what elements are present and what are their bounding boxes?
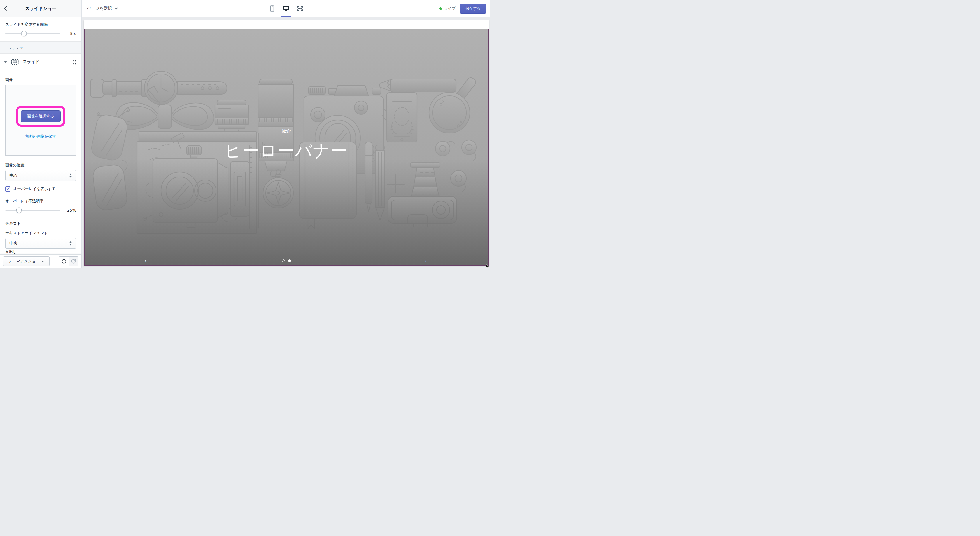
slide-block-icon — [11, 59, 19, 65]
panel-title: スライドショー — [25, 6, 56, 11]
active-device-underline — [281, 16, 291, 17]
sidebar-content: スライドを変更する間隔 5 s コンテンツ スライド — [0, 17, 81, 254]
sidebar-header: スライドショー — [0, 0, 81, 17]
image-position-value: 中心 — [10, 173, 18, 179]
save-button[interactable]: 保存する — [460, 3, 486, 14]
text-alignment-select[interactable]: 中央 — [5, 238, 76, 249]
interval-label: スライドを変更する間隔 — [5, 22, 76, 27]
image-label: 画像 — [5, 77, 76, 83]
page-select-dropdown[interactable]: ページを選択 — [87, 0, 118, 17]
page-select-label: ページを選択 — [87, 6, 112, 11]
select-caret-icon — [69, 174, 72, 178]
overlay-opacity-slider[interactable] — [5, 207, 60, 213]
mobile-preview-button[interactable] — [267, 0, 277, 17]
sidebar-footer: テーマアクショ... — [0, 254, 81, 268]
slider-thumb[interactable] — [16, 207, 22, 213]
content-section-header: コンテンツ — [0, 41, 81, 54]
redo-button[interactable] — [68, 257, 78, 266]
undo-button[interactable] — [59, 257, 68, 266]
theme-actions-button[interactable]: テーマアクショ... — [3, 256, 49, 266]
mobile-preview-icon — [270, 5, 274, 12]
toolbar-right: ライブ 保存する — [439, 0, 486, 17]
select-image-button[interactable]: 画像を選択する — [21, 110, 61, 122]
highlight-ring: 画像を選択する — [16, 106, 65, 127]
chevron-down-icon — [115, 7, 118, 10]
desktop-preview-button[interactable] — [281, 0, 291, 17]
page-canvas: 紹介 ヒーローバナー ← → — [84, 21, 489, 266]
undo-icon — [61, 258, 67, 264]
overlay-opacity-label: オーバーレイ不透明率 — [5, 198, 76, 204]
slide-block-row[interactable]: スライド — [0, 54, 81, 70]
page-header-strip — [84, 21, 489, 29]
settings-sidebar: スライドショー スライドを変更する間隔 5 s コンテンツ — [0, 0, 82, 268]
overlay-opacity-value: 25% — [64, 208, 76, 212]
preview-pane: 紹介 ヒーローバナー ← → — [82, 17, 490, 268]
image-position-label: 画像の位置 — [5, 163, 76, 168]
pagination-dots — [84, 259, 488, 262]
interval-slider[interactable] — [5, 31, 60, 36]
overlay-checkbox[interactable]: オーバーレイを表示する — [5, 186, 76, 191]
overlay-checkbox-label: オーバーレイを表示する — [13, 186, 56, 191]
drag-handle-icon[interactable] — [72, 58, 77, 66]
dropdown-caret-icon — [42, 261, 44, 262]
top-toolbar: ページを選択 ライブ 保存する — [82, 0, 490, 17]
slider-track — [5, 210, 60, 211]
theme-editor: スライドショー スライドを変更する間隔 5 s コンテンツ — [0, 0, 490, 268]
desktop-preview-icon — [283, 6, 290, 11]
live-status: ライブ — [439, 6, 456, 11]
text-section-header: テキスト — [5, 221, 76, 226]
undo-redo-group — [59, 256, 78, 266]
overlay-checkbox-box[interactable] — [5, 186, 11, 191]
select-caret-icon — [69, 241, 72, 246]
slider-track — [5, 33, 60, 34]
interval-value: 5 s — [64, 31, 76, 36]
redo-icon — [71, 258, 76, 264]
pagination-dot[interactable] — [282, 259, 285, 262]
fullwidth-preview-icon — [297, 6, 304, 11]
back-button[interactable] — [4, 0, 13, 17]
image-position-select[interactable]: 中心 — [5, 170, 76, 181]
heading-label: 見出し — [5, 250, 17, 254]
image-picker-box: 画像を選択する 無料の画像を探す — [5, 85, 76, 156]
mouse-cursor — [486, 265, 490, 268]
live-status-label: ライブ — [444, 6, 456, 11]
disclosure-triangle-icon[interactable] — [4, 61, 7, 63]
text-alignment-label: テキストアラインメント — [5, 230, 76, 236]
hero-title: ヒーローバナー — [84, 140, 488, 162]
slideshow-section[interactable]: 紹介 ヒーローバナー ← → — [84, 29, 489, 266]
theme-actions-label: テーマアクショ... — [8, 258, 39, 264]
slider-thumb[interactable] — [21, 31, 27, 36]
slide-block-label: スライド — [23, 59, 72, 64]
fullwidth-preview-button[interactable] — [295, 0, 305, 17]
device-preview-switcher — [267, 0, 305, 17]
pagination-dot[interactable] — [288, 259, 291, 262]
hero-eyebrow: 紹介 — [84, 128, 488, 134]
live-status-dot — [439, 7, 442, 10]
checkmark-icon — [6, 187, 10, 190]
hero-text: 紹介 ヒーローバナー — [84, 128, 488, 162]
text-alignment-value: 中央 — [10, 241, 18, 246]
free-images-link[interactable]: 無料の画像を探す — [25, 134, 56, 139]
back-chevron-icon — [4, 6, 7, 11]
